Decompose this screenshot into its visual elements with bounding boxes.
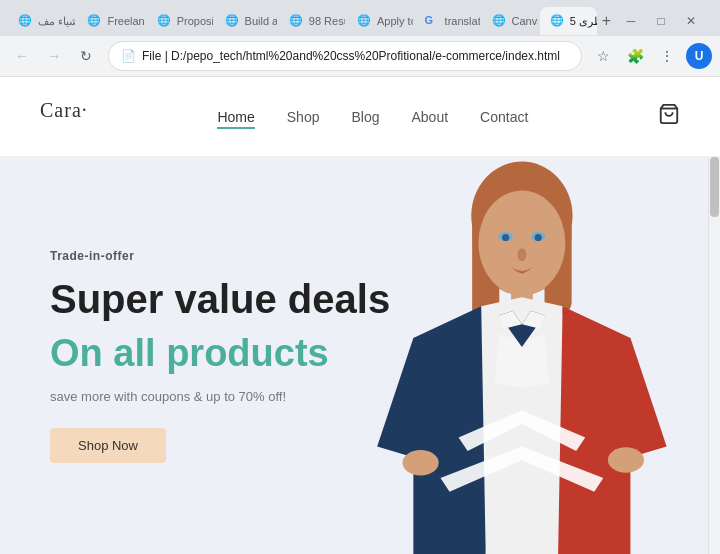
- hero-title: Super value deals: [50, 275, 390, 323]
- tab-6-favicon: 🌐: [357, 14, 371, 28]
- extensions-icon[interactable]: 🧩: [622, 43, 648, 69]
- tab-6[interactable]: 🌐 Apply to... ✕: [347, 7, 413, 35]
- svg-point-9: [535, 234, 542, 241]
- maximize-button[interactable]: □: [648, 8, 674, 34]
- tab-1-label: أشياء مف...: [38, 15, 75, 28]
- nav-link-about[interactable]: About: [412, 109, 449, 125]
- address-text: File | D:/pepo_tech/html%20and%20css%20P…: [142, 49, 569, 63]
- tab-1-favicon: 🌐: [18, 14, 32, 28]
- hero-description: save more with coupons & up to 70% off!: [50, 389, 390, 404]
- tab-4[interactable]: 🌐 Build a... ✕: [215, 7, 277, 35]
- tab-8[interactable]: 🌐 Canva ✕: [482, 7, 538, 35]
- cart-button[interactable]: [658, 103, 680, 130]
- toolbar-icons: ☆ 🧩 ⋮ U: [590, 43, 712, 69]
- tab-8-favicon: 🌐: [492, 14, 506, 28]
- tab-bar: 🌐 أشياء مف... ✕ 🌐 Freelanc... ✕ 🌐 Propos…: [0, 0, 720, 36]
- hero-tag: Trade-in-offer: [50, 249, 390, 263]
- brand-dot: ·: [82, 99, 88, 121]
- tab-2-label: Freelanc...: [107, 15, 144, 27]
- tab-3-favicon: 🌐: [157, 14, 171, 28]
- profile-avatar[interactable]: U: [686, 43, 712, 69]
- address-bar-file-icon: 📄: [121, 49, 136, 63]
- tab-5[interactable]: 🌐 98 Resu... ✕: [279, 7, 345, 35]
- tab-2[interactable]: 🌐 Freelanc... ✕: [77, 7, 144, 35]
- tab-4-favicon: 🌐: [225, 14, 239, 28]
- tab-9[interactable]: 🌐 طرى 5 ✕: [540, 7, 597, 35]
- svg-point-5: [479, 190, 566, 295]
- forward-button[interactable]: →: [40, 42, 68, 70]
- nav-link-blog[interactable]: Blog: [351, 109, 379, 125]
- tab-3[interactable]: 🌐 Proposit... ✕: [147, 7, 213, 35]
- shop-now-button[interactable]: Shop Now: [50, 428, 166, 463]
- minimize-button[interactable]: ─: [618, 8, 644, 34]
- hero-subtitle: On all products: [50, 331, 390, 377]
- tab-7[interactable]: G translati... ✕: [415, 7, 480, 35]
- hero-section: Trade-in-offer Super value deals On all …: [0, 157, 720, 554]
- hero-model-svg: [341, 157, 703, 554]
- tab-3-label: Proposit...: [177, 15, 213, 27]
- scrollbar-thumb[interactable]: [710, 157, 719, 217]
- nav-link-home[interactable]: Home: [217, 109, 254, 125]
- brand-logo: Cara·: [40, 99, 88, 134]
- back-button[interactable]: ←: [8, 42, 36, 70]
- svg-point-8: [502, 234, 509, 241]
- settings-icon[interactable]: ⋮: [654, 43, 680, 69]
- reload-button[interactable]: ↻: [72, 42, 100, 70]
- browser-controls: ← → ↻ 📄 File | D:/pepo_tech/html%20and%2…: [0, 36, 720, 76]
- nav-link-shop[interactable]: Shop: [287, 109, 320, 125]
- svg-point-10: [517, 248, 526, 261]
- tab-5-favicon: 🌐: [289, 14, 303, 28]
- tab-8-label: Canva: [512, 15, 538, 27]
- bookmark-icon[interactable]: ☆: [590, 43, 616, 69]
- svg-point-12: [403, 450, 439, 475]
- tab-9-favicon: 🌐: [550, 14, 564, 28]
- nav-links: Home Shop Blog About Contact: [217, 109, 528, 125]
- navbar: Cara· Home Shop Blog About Contact: [0, 77, 720, 157]
- tab-1[interactable]: 🌐 أشياء مف... ✕: [8, 7, 75, 35]
- nav-buttons: ← → ↻: [8, 42, 100, 70]
- tab-2-favicon: 🌐: [87, 14, 101, 28]
- new-tab-button[interactable]: +: [599, 7, 614, 35]
- tab-7-favicon: G: [425, 14, 439, 28]
- close-button[interactable]: ✕: [678, 8, 704, 34]
- tab-4-label: Build a...: [245, 15, 277, 27]
- nav-link-contact[interactable]: Contact: [480, 109, 528, 125]
- tab-5-label: 98 Resu...: [309, 15, 345, 27]
- tab-7-label: translati...: [445, 15, 480, 27]
- address-bar[interactable]: 📄 File | D:/pepo_tech/html%20and%20css%2…: [108, 41, 582, 71]
- website-content: Cara· Home Shop Blog About Contact Trade…: [0, 77, 720, 554]
- page-scrollbar[interactable]: [708, 157, 720, 554]
- tab-9-label: طرى 5: [570, 15, 597, 28]
- svg-point-13: [608, 447, 644, 472]
- brand-name: Cara: [40, 99, 82, 121]
- browser-chrome: 🌐 أشياء مف... ✕ 🌐 Freelanc... ✕ 🌐 Propos…: [0, 0, 720, 77]
- tab-6-label: Apply to...: [377, 15, 413, 27]
- hero-content: Trade-in-offer Super value deals On all …: [0, 249, 390, 463]
